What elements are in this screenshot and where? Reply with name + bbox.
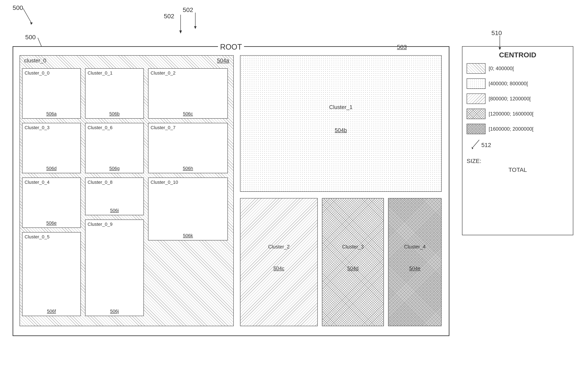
cell-cluster-0-1: Cluster_0_1 506b	[85, 68, 144, 119]
cluster1-ref: 504b	[335, 127, 347, 134]
legend-swatch-4	[467, 108, 485, 119]
legend-item-1: [0; 400000[	[467, 63, 569, 74]
cell-0-0-ref: 506a	[46, 111, 57, 117]
cell-0-7-ref: 506h	[183, 166, 193, 171]
cluster3-area: Cluster_3 504d	[322, 198, 384, 326]
cell-0-10-label: Cluster_0_10	[150, 180, 178, 185]
cluster4-ref: 504e	[409, 265, 420, 271]
cell-cluster-0-0: Cluster_0_0 506a	[22, 68, 81, 119]
svg-marker-7	[30, 22, 33, 25]
legend-label-2: [400000; 800000[	[489, 81, 528, 86]
legend-item-2: [400000; 800000[	[467, 78, 569, 89]
svg-marker-11	[499, 47, 501, 50]
legend-swatch-5	[467, 124, 485, 134]
cluster2-label: Cluster_2	[268, 244, 290, 250]
cell-0-0-label: Cluster_0_0	[24, 70, 50, 76]
arrow-502	[172, 15, 189, 40]
cell-0-5-ref: 506f	[47, 309, 56, 314]
cell-0-6-ref: 506g	[109, 166, 120, 171]
cluster3-ref: 504d	[347, 265, 358, 271]
cell-0-10-ref: 506k	[183, 233, 193, 238]
cluster1-area: Cluster_1 504b	[240, 55, 442, 192]
cluster4-label: Cluster_4	[404, 244, 426, 250]
legend-title: CENTROID	[467, 51, 569, 59]
cell-0-9-ref: 506j	[110, 309, 119, 314]
legend-item-4: [1200000; 1600000[	[467, 108, 569, 119]
cell-0-1-label: Cluster_0_1	[87, 70, 113, 76]
cell-cluster-0-10: Cluster_0_10 506k	[148, 177, 228, 240]
cell-cluster-0-3: Cluster_0_3 506d	[22, 123, 81, 173]
legend-box: CENTROID [0; 400000[ [400000; 800000[ [8…	[462, 46, 573, 235]
ref-512-label: 512	[481, 142, 491, 148]
arrow-512	[469, 139, 481, 151]
legend-label-5: [1600000; 2000000[	[489, 126, 534, 132]
svg-marker-9	[194, 26, 197, 29]
svg-marker-3	[179, 30, 182, 34]
cell-0-6-label: Cluster_0_6	[87, 125, 113, 130]
diagram-area: 500 502 ROOT 503 cluster_0 504a Cluster_…	[13, 29, 449, 344]
legend-swatch-2	[467, 78, 485, 89]
cluster2-area: Cluster_2 504c	[240, 198, 318, 326]
cell-0-3-label: Cluster_0_3	[24, 125, 50, 130]
cluster0-ref: 504a	[217, 57, 229, 64]
cell-cluster-0-9: Cluster_0_9 506j	[85, 219, 144, 316]
root-label: ROOT	[218, 43, 244, 51]
cell-0-2-label: Cluster_0_2	[150, 70, 176, 76]
ref-503: 503	[397, 44, 407, 50]
cell-0-4-label: Cluster_0_4	[24, 180, 50, 185]
total-label: TOTAL	[467, 167, 569, 173]
svg-line-6	[23, 8, 32, 23]
cell-0-9-label: Cluster_0_9	[87, 222, 113, 227]
num-510: 510	[491, 29, 502, 37]
legend-footer: SIZE: TOTAL	[467, 158, 569, 173]
cell-0-7-label: Cluster_0_7	[150, 125, 176, 130]
cell-0-4-ref: 506e	[46, 220, 57, 226]
cell-0-5-label: Cluster_0_5	[24, 234, 50, 240]
legend-label-3: [800000; 1200000[	[489, 96, 531, 102]
size-label: SIZE:	[467, 158, 569, 165]
cell-0-8-ref: 506i	[110, 208, 119, 213]
legend-label-4: [1200000; 1600000[	[489, 111, 534, 117]
legend-item-5: [1600000; 2000000[	[467, 124, 569, 134]
cell-cluster-0-8: Cluster_0_8 506i	[85, 177, 144, 215]
arrow-500-outer	[19, 8, 40, 29]
cell-cluster-0-5: Cluster_0_5 506f	[22, 232, 81, 316]
arrow-510	[491, 36, 508, 55]
cell-cluster-0-2: Cluster_0_2 506c	[148, 68, 228, 119]
cell-0-8-label: Cluster_0_8	[87, 180, 113, 185]
legend-swatch-3	[467, 93, 485, 104]
root-box: ROOT 503 cluster_0 504a Cluster_0_0 506a…	[13, 46, 449, 336]
cell-cluster-0-7: Cluster_0_7 506h	[148, 123, 228, 173]
svg-line-4	[473, 140, 479, 147]
ref-512-area: 512	[469, 139, 569, 151]
cell-0-1-ref: 506b	[109, 111, 120, 117]
cluster0-area: cluster_0 504a Cluster_0_0 506a Cluster_…	[20, 55, 234, 326]
cluster2-ref: 504c	[273, 265, 284, 271]
cell-0-3-ref: 506d	[46, 166, 57, 171]
legend-item-3: [800000; 1200000[	[467, 93, 569, 104]
cluster3-label: Cluster_3	[342, 244, 364, 250]
arrow-502-outer	[189, 13, 202, 32]
cluster1-label: Cluster_1	[329, 104, 352, 110]
legend-label-1: [0; 400000[	[489, 65, 514, 71]
cluster0-label: cluster_0	[24, 57, 46, 64]
cell-cluster-0-4: Cluster_0_4 506e	[22, 177, 81, 228]
cell-cluster-0-6: Cluster_0_6 506g	[85, 123, 144, 173]
legend-swatch-1	[467, 63, 485, 74]
cell-0-2-ref: 506c	[183, 111, 193, 117]
num-502: 502	[183, 6, 193, 13]
cluster4-area: Cluster_4 504e	[388, 198, 442, 326]
